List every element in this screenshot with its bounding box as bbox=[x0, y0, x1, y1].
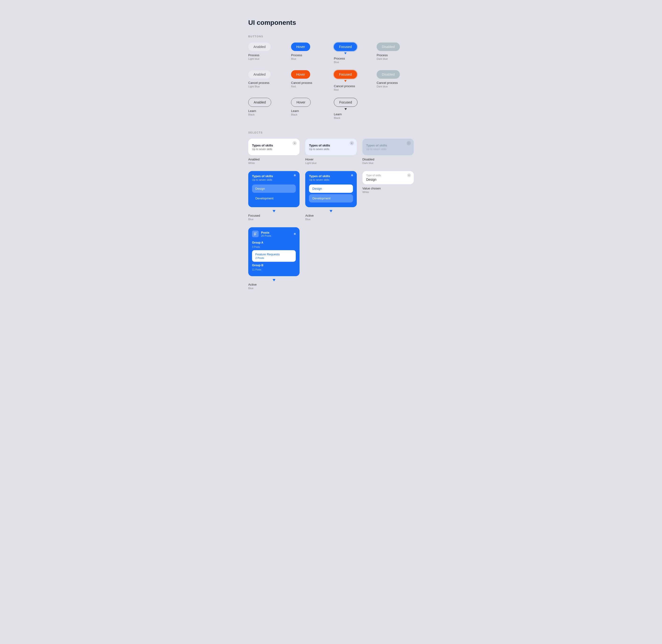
btn-item-process-focused: Focused Process Blue bbox=[334, 43, 371, 64]
select-box-enabled[interactable]: Types of skills Up to seven skills × bbox=[248, 139, 300, 155]
btn-sublabel: Blue bbox=[291, 58, 296, 60]
buttons-section-label: BUTTONS bbox=[248, 35, 414, 38]
btn-wrapper: Disabled bbox=[377, 70, 400, 79]
process-disabled-button: Disabled bbox=[377, 43, 400, 51]
page: UI components BUTTONS Anabled Process Li… bbox=[248, 19, 414, 625]
svg-rect-0 bbox=[254, 233, 257, 233]
btn-item-learn-enabled: Anabled Learn Black bbox=[248, 98, 285, 119]
posts-title-wrap: Posts 20 Posts bbox=[261, 231, 271, 237]
posts-subtitle: 20 Posts bbox=[261, 234, 271, 237]
select-box-disabled: Types of skills Up to seven skills × bbox=[362, 139, 414, 155]
cancel-hover-button[interactable]: Hover bbox=[291, 70, 310, 79]
select-expanded-title: Types of skills bbox=[309, 174, 330, 178]
select-value-close-icon[interactable]: × bbox=[407, 174, 411, 177]
select-option-design-selected[interactable]: Design bbox=[309, 184, 353, 193]
btn-label: Learn bbox=[248, 109, 256, 113]
btn-label: Process bbox=[291, 53, 302, 57]
select-title: Types of skills bbox=[366, 144, 410, 147]
select-item-enabled: Types of skills Up to seven skills × Ana… bbox=[248, 139, 300, 164]
btn-label: Process bbox=[248, 53, 259, 57]
select-color-label: White bbox=[362, 191, 414, 193]
btn-label: Cancel process bbox=[334, 84, 355, 88]
learn-focused-button[interactable]: Focused bbox=[334, 98, 357, 107]
btn-wrapper: Anabled bbox=[248, 98, 271, 107]
btn-item-process-hover: Hover Process Blue bbox=[291, 43, 328, 64]
buttons-row-1: Anabled Process Light blue Hover Process… bbox=[248, 43, 414, 64]
cancel-focused-button[interactable]: Focused bbox=[334, 70, 357, 79]
select-item-posts: Posts 20 Posts Group A 3 Posts Feature R… bbox=[248, 227, 300, 290]
select-close-icon[interactable]: × bbox=[292, 141, 297, 145]
btn-sublabel: Light blue bbox=[248, 58, 260, 60]
select-state-label: Anabled bbox=[248, 158, 300, 161]
select-item-value-chosen: Type of skills Design × Value chosen Whi… bbox=[362, 171, 414, 221]
select-expanded-title: Types of skills bbox=[252, 174, 273, 178]
select-color-label: Light blue bbox=[305, 162, 356, 164]
select-state-label: Focused bbox=[248, 214, 300, 217]
select-item-hover: Types of skills Up to seven skills × Hov… bbox=[305, 139, 356, 164]
process-hover-button[interactable]: Hover bbox=[291, 43, 310, 51]
empty-col-2 bbox=[362, 227, 414, 290]
selects-row-1: Types of skills Up to seven skills × Ana… bbox=[248, 139, 414, 164]
select-item-disabled: Types of skills Up to seven skills × Dis… bbox=[362, 139, 414, 164]
process-focused-button[interactable]: Focused bbox=[334, 43, 357, 51]
select-expanded-active[interactable]: Types of skills Up to seven skills Desig… bbox=[305, 171, 356, 207]
learn-enabled-button[interactable]: Anabled bbox=[248, 98, 271, 107]
select-expanded-sub: Up to seven skills bbox=[252, 178, 273, 181]
cancel-enabled-button[interactable]: Anabled bbox=[248, 70, 271, 79]
select-subtitle: Up to seven skills bbox=[309, 148, 353, 151]
posts-icon bbox=[252, 231, 259, 237]
process-enabled-button[interactable]: Anabled bbox=[248, 43, 271, 51]
btn-wrapper: Hover bbox=[291, 70, 310, 79]
select-close-icon: × bbox=[407, 141, 411, 145]
select-value-text: Design bbox=[366, 178, 410, 181]
posts-header-left: Posts 20 Posts bbox=[252, 231, 271, 237]
posts-option-feature-requests[interactable]: Feature Requests 2 Posts bbox=[252, 250, 296, 262]
posts-option-sub: 2 Posts bbox=[255, 257, 292, 259]
svg-rect-3 bbox=[254, 235, 256, 235]
btn-wrapper: Focused bbox=[334, 43, 357, 51]
select-value-box[interactable]: Type of skills Design × bbox=[362, 171, 414, 184]
btn-wrapper: Disabled bbox=[377, 43, 400, 51]
drop-indicator-select-active bbox=[330, 210, 332, 212]
learn-hover-button[interactable]: Hover bbox=[291, 98, 311, 107]
select-expanded-focused[interactable]: Types of skills Up to seven skills Desig… bbox=[248, 171, 300, 207]
btn-wrapper: Focused bbox=[334, 70, 357, 79]
btn-item-process-enabled: Anabled Process Light blue bbox=[248, 43, 285, 64]
select-option-development[interactable]: Development bbox=[309, 194, 353, 203]
select-state-label: Hover bbox=[305, 158, 356, 161]
selects-row-3: Posts 20 Posts Group A 3 Posts Feature R… bbox=[248, 227, 414, 290]
posts-group-a-sub: 3 Posts bbox=[252, 246, 296, 248]
btn-sublabel: Dark blue bbox=[377, 58, 388, 60]
select-option-design[interactable]: Design bbox=[252, 184, 296, 193]
btn-item-cancel-disabled: Disabled Cancel process Dark blue bbox=[377, 70, 414, 91]
btn-sublabel: Black bbox=[248, 113, 255, 116]
select-subtitle: Up to seven skills bbox=[252, 148, 296, 151]
btn-sublabel: Light Blue bbox=[248, 85, 260, 88]
btn-sublabel: Red bbox=[334, 88, 338, 91]
drop-indicator-orange bbox=[344, 80, 347, 82]
btn-item-cancel-focused: Focused Cancel process Red bbox=[334, 70, 371, 91]
btn-label: Process bbox=[334, 57, 345, 60]
btn-sublabel: Black bbox=[291, 113, 297, 116]
select-subtitle: Up to seven skills bbox=[366, 148, 410, 151]
selects-row-2: Types of skills Up to seven skills Desig… bbox=[248, 171, 414, 221]
posts-title: Posts bbox=[261, 231, 271, 234]
svg-rect-1 bbox=[254, 233, 256, 234]
btn-label: Learn bbox=[291, 109, 299, 113]
svg-rect-2 bbox=[254, 234, 256, 234]
select-item-focused: Types of skills Up to seven skills Desig… bbox=[248, 171, 300, 221]
select-option-development[interactable]: Development bbox=[252, 194, 296, 203]
select-expanded-header: Types of skills Up to seven skills bbox=[309, 174, 353, 181]
select-color-label: Dark blue bbox=[362, 162, 414, 164]
btn-item-cancel-hover: Hover Cancel process Red bbox=[291, 70, 328, 91]
select-close-icon[interactable]: × bbox=[350, 141, 354, 145]
select-box-hover[interactable]: Types of skills Up to seven skills × bbox=[305, 139, 356, 155]
btn-label: Cancel process bbox=[377, 81, 398, 85]
btn-item-placeholder bbox=[377, 98, 414, 119]
posts-dot-icon bbox=[294, 233, 296, 235]
select-posts-expanded[interactable]: Posts 20 Posts Group A 3 Posts Feature R… bbox=[248, 227, 300, 276]
btn-label: Cancel process bbox=[248, 81, 269, 85]
select-color-label: Blue bbox=[248, 287, 300, 290]
btn-wrapper: Hover bbox=[291, 98, 311, 107]
drop-indicator-posts bbox=[272, 279, 275, 281]
